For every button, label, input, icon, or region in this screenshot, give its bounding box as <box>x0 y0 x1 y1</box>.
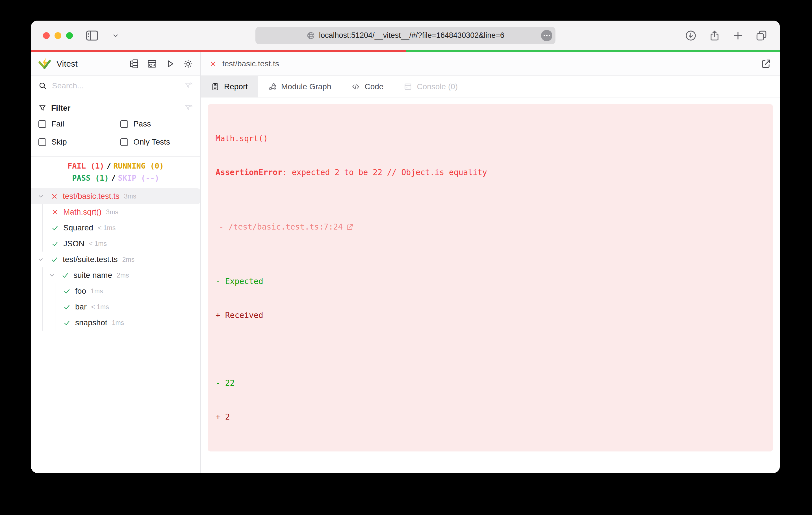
test-file-name: test/basic.test.ts <box>63 192 119 201</box>
error-message: expected 2 to be 22 // Object.is equalit… <box>292 168 487 177</box>
tab-label: Console (0) <box>417 82 458 91</box>
checkbox-label: Skip <box>51 138 67 147</box>
test-duration: 2ms <box>122 256 135 264</box>
test-duration: 3ms <box>124 192 136 200</box>
summary-separator: / <box>111 174 116 182</box>
checkbox-icon <box>120 138 128 146</box>
search-icon <box>38 82 47 90</box>
diff-received-label: + Received <box>215 310 765 321</box>
report-icon <box>211 83 220 91</box>
tab-console[interactable]: Console (0) <box>394 76 468 97</box>
filter-checkbox-pass[interactable]: Pass <box>120 119 193 128</box>
file-header: test/basic.test.ts <box>201 52 780 76</box>
minimize-window-button[interactable] <box>55 32 61 39</box>
browser-toolbar: localhost:51204/__vitest__/#/?file=16484… <box>31 21 780 50</box>
browser-actions <box>685 30 767 41</box>
test-name: Squared <box>63 223 93 232</box>
open-file-name: test/basic.test.ts <box>222 59 279 68</box>
run-all-icon[interactable] <box>165 59 175 69</box>
test-duration: 2ms <box>117 272 129 279</box>
theme-toggle-sun-icon[interactable] <box>183 59 193 69</box>
browser-window: localhost:51204/__vitest__/#/?file=16484… <box>31 21 780 473</box>
url-text: localhost:51204/__vitest__/#/?file=16484… <box>319 31 504 40</box>
zoom-window-button[interactable] <box>66 32 73 39</box>
tree-row-json[interactable]: JSON < 1ms <box>31 236 200 251</box>
tab-overview-icon[interactable] <box>755 30 767 41</box>
open-in-editor-icon[interactable] <box>761 58 771 69</box>
test-file-name: test/suite.test.ts <box>63 255 118 264</box>
tab-module-graph[interactable]: Module Graph <box>258 76 341 97</box>
error-name: AssertionError: <box>215 168 292 177</box>
test-name: bar <box>75 302 86 311</box>
external-link-icon[interactable] <box>346 201 413 253</box>
chevron-down-icon[interactable] <box>37 193 45 200</box>
clear-filters-icon[interactable] <box>184 104 193 112</box>
fail-icon <box>209 60 217 67</box>
toolbar-divider <box>106 30 106 41</box>
tree-row-bar[interactable]: bar < 1ms <box>31 299 200 315</box>
test-name: JSON <box>63 239 85 248</box>
pass-icon <box>51 224 59 232</box>
checkbox-label: Only Tests <box>133 138 170 147</box>
tree-row-foo[interactable]: foo 1ms <box>31 283 200 299</box>
sidebar-header: Vitest <box>31 52 200 76</box>
filter-checkbox-only-tests[interactable]: Only Tests <box>120 138 193 147</box>
tree-row-snapshot[interactable]: snapshot 1ms <box>31 315 200 331</box>
new-tab-icon[interactable] <box>732 30 744 41</box>
test-duration: 1ms <box>112 319 124 327</box>
app-title: Vitest <box>57 59 78 69</box>
share-icon[interactable] <box>708 30 721 41</box>
error-test-name: Math.sqrt() <box>215 133 765 144</box>
test-tree: test/basic.test.ts 3ms Math.sqrt() 3ms S… <box>31 188 200 473</box>
test-duration: 1ms <box>91 287 103 295</box>
checkbox-icon <box>38 120 46 128</box>
chevron-down-icon[interactable] <box>111 31 120 40</box>
tree-row-math-sqrt[interactable]: Math.sqrt() 3ms <box>31 204 200 220</box>
sidebar-toggle-icon[interactable] <box>86 30 98 41</box>
progress-fail-segment <box>31 50 406 52</box>
tree-row-basic-test-file[interactable]: test/basic.test.ts 3ms <box>31 188 200 204</box>
test-name: snapshot <box>75 318 107 327</box>
filter-checkbox-fail[interactable]: Fail <box>38 119 120 128</box>
summary-separator: / <box>107 161 111 170</box>
tree-row-suite-name[interactable]: suite name 2ms <box>31 267 200 283</box>
diff-received-value: + 2 <box>215 412 765 423</box>
tab-label: Code <box>365 82 383 91</box>
test-duration: 3ms <box>106 208 118 216</box>
chevron-down-icon[interactable] <box>49 272 56 279</box>
chevron-down-icon[interactable] <box>37 256 45 263</box>
test-name: foo <box>75 286 86 296</box>
tab-label: Report <box>224 82 248 91</box>
filter-checkbox-skip[interactable]: Skip <box>38 138 120 147</box>
traffic-lights <box>43 32 73 39</box>
tree-row-squared[interactable]: Squared < 1ms <box>31 220 200 236</box>
main-panel: test/basic.test.ts Rep <box>201 52 780 473</box>
suite-name: suite name <box>74 271 112 280</box>
search-input[interactable] <box>52 81 179 90</box>
diff-expected-value: - 22 <box>215 377 765 389</box>
fail-icon <box>51 193 58 200</box>
filter-icon <box>38 104 46 112</box>
tab-code[interactable]: Code <box>341 76 394 97</box>
test-summary: FAIL (1)/RUNNING (0) PASS (1)/SKIP (--) <box>31 157 200 188</box>
collapse-tests-icon[interactable] <box>129 59 139 69</box>
tab-label: Module Graph <box>281 82 331 91</box>
filter-panel: Filter Fail Pass <box>31 96 200 157</box>
console-icon <box>404 83 412 91</box>
downloads-icon[interactable] <box>685 30 697 41</box>
close-window-button[interactable] <box>43 32 50 39</box>
dashboard-icon[interactable] <box>147 59 157 69</box>
stack-frame-link[interactable]: - /test/basic.test.ts:7:24 <box>219 221 343 233</box>
sidebar: Vitest <box>31 52 201 473</box>
pass-icon <box>62 272 69 279</box>
summary-skip-count: SKIP (--) <box>118 174 160 182</box>
report-view: Math.sqrt() AssertionError: expected 2 t… <box>201 98 780 473</box>
test-duration: < 1ms <box>91 303 109 311</box>
summary-running-count: RUNNING (0) <box>113 161 164 170</box>
more-options-button[interactable] <box>541 30 552 41</box>
code-icon <box>351 83 360 91</box>
tab-report[interactable]: Report <box>201 76 258 97</box>
clear-search-filter-icon[interactable] <box>184 82 193 90</box>
address-bar[interactable]: localhost:51204/__vitest__/#/?file=16484… <box>255 27 555 44</box>
tree-row-suite-test-file[interactable]: test/suite.test.ts 2ms <box>31 251 200 267</box>
